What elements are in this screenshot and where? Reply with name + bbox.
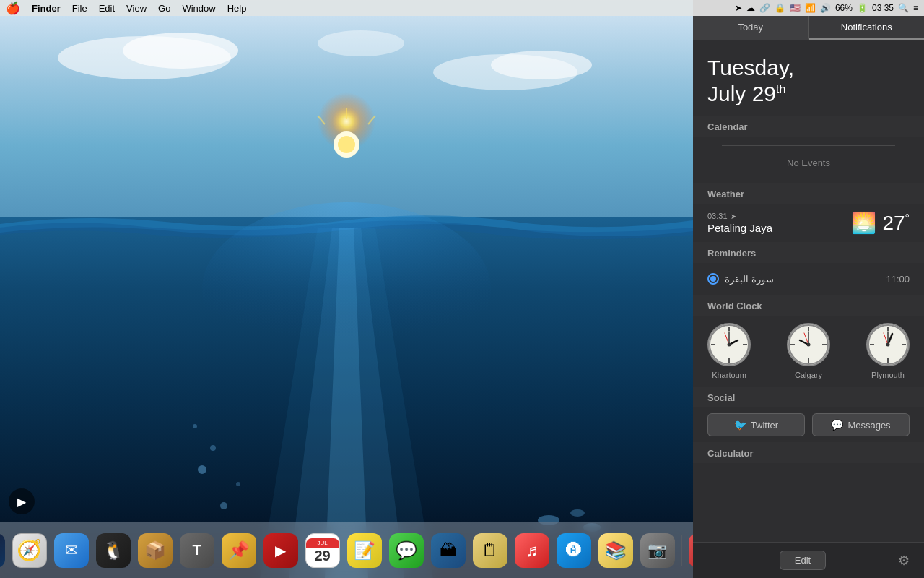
- weather-time: 03:31 ➤: [707, 212, 772, 220]
- reminder-text: سورة البقرة: [725, 274, 774, 285]
- weather-location: Petaling Jaya: [707, 222, 772, 234]
- clock-khartoum: Khartoum: [707, 323, 751, 379]
- go-menu[interactable]: Go: [152, 3, 176, 14]
- battery-pct: 66%: [835, 3, 853, 13]
- reminder-item[interactable]: سورة البقرة 11:00: [707, 269, 910, 289]
- dock-app-vox[interactable]: ▶: [261, 531, 300, 570]
- dock-app-appstore[interactable]: 🅐: [554, 531, 593, 570]
- twitter-button[interactable]: 🐦 Twitter: [707, 413, 805, 436]
- weather-condition-icon: 🌅: [851, 211, 876, 235]
- svg-point-23: [570, 509, 585, 517]
- clock-name-calgary: Calgary: [795, 371, 822, 379]
- mail-icon: ✉: [54, 533, 89, 568]
- list-icon[interactable]: ≡: [913, 3, 918, 13]
- clock-face-plymouth: [866, 323, 910, 366]
- wifi-icon[interactable]: 📶: [805, 3, 816, 13]
- notes-icon: 📝: [347, 533, 382, 568]
- dock-app-safari[interactable]: 🧭: [10, 531, 49, 570]
- clock-name-khartoum: Khartoum: [712, 371, 746, 379]
- world-clock-section-header: World Clock: [693, 295, 924, 316]
- world-clock-widget: Khartoum: [693, 316, 924, 387]
- date-line1: Tuesday, July 29th: [707, 55, 910, 107]
- nc-settings-icon[interactable]: ⚙: [898, 553, 910, 569]
- desktop: ▶ 🙂 🚀 🧭: [0, 0, 693, 578]
- nc-footer: Edit ⚙: [693, 542, 924, 578]
- dock-app-text[interactable]: T: [178, 531, 217, 570]
- messages-label: Messages: [847, 420, 890, 431]
- clock-name-plymouth: Plymouth: [871, 371, 905, 379]
- reminder-left: سورة البقرة: [707, 273, 774, 285]
- notification-center: Today Notifications Tuesday, July 29th C…: [693, 0, 924, 578]
- svg-point-38: [728, 343, 731, 347]
- search-icon[interactable]: 🔍: [898, 3, 909, 13]
- nc-tabs: Today Notifications: [693, 16, 924, 40]
- volume-icon[interactable]: 🔊: [820, 3, 831, 13]
- messages-button[interactable]: 💬 Messages: [812, 413, 910, 436]
- dock-app-music[interactable]: ♬: [513, 531, 552, 570]
- calculator-spacer: [693, 463, 924, 478]
- nc-content[interactable]: Tuesday, July 29th Calendar No Events We…: [693, 40, 924, 578]
- menubar: 🍎 Finder File Edit View Go Window Help ➤…: [0, 0, 924, 16]
- social-section-header: Social: [693, 387, 924, 407]
- window-menu[interactable]: Window: [176, 3, 221, 14]
- dock-app-messages[interactable]: 💬: [387, 531, 426, 570]
- dock-app-box[interactable]: 📦: [136, 531, 175, 570]
- dock-app-calendar[interactable]: JUL 29: [303, 531, 342, 570]
- reminders-widget: سورة البقرة 11:00: [693, 263, 924, 295]
- dock-app-photos[interactable]: 🏔: [429, 531, 468, 570]
- weather-right: 🌅 27°: [851, 211, 910, 235]
- music-icon: ♬: [515, 533, 549, 568]
- dock-app-mail[interactable]: ✉: [52, 531, 91, 570]
- flag-icon: 🇺🇸: [790, 3, 801, 13]
- nc-edit-button[interactable]: Edit: [780, 551, 826, 570]
- twitter-label: Twitter: [751, 420, 778, 431]
- finder-menu[interactable]: Finder: [26, 3, 66, 14]
- weather-left: 03:31 ➤ Petaling Jaya: [707, 212, 772, 234]
- video-play-button[interactable]: ▶: [9, 488, 35, 514]
- svg-point-16: [198, 465, 206, 474]
- calendar-divider: [722, 145, 895, 146]
- dock-app-tux[interactable]: 🐧: [94, 531, 133, 570]
- tux-icon: 🐧: [96, 533, 131, 568]
- ibooks-icon: 📚: [598, 533, 633, 568]
- help-menu[interactable]: Help: [222, 3, 253, 14]
- dock-app-clip[interactable]: 📌: [219, 531, 258, 570]
- sun-core: [336, 16, 357, 38]
- calendar-widget: No Events: [693, 137, 924, 183]
- safari-icon: 🧭: [12, 533, 47, 568]
- social-widget: 🐦 Twitter 💬 Messages: [693, 407, 924, 442]
- dock-app-camera[interactable]: 📷: [638, 531, 677, 570]
- dock-app-sticky[interactable]: 🗒: [471, 531, 510, 570]
- social-buttons: 🐦 Twitter 💬 Messages: [707, 413, 910, 436]
- dock-separator: [681, 535, 682, 566]
- battery-icon: 🔋: [857, 3, 868, 13]
- lock-icon: 🔒: [775, 3, 785, 13]
- file-menu[interactable]: File: [66, 3, 93, 14]
- no-events-label: No Events: [707, 149, 910, 177]
- weather-temperature: 27°: [882, 212, 910, 235]
- sun-glow: [274, 16, 419, 160]
- svg-point-47: [807, 343, 811, 347]
- svg-point-56: [886, 343, 890, 347]
- dock-app-notes[interactable]: 📝: [345, 531, 384, 570]
- svg-point-20: [236, 482, 240, 486]
- tab-notifications[interactable]: Notifications: [809, 16, 925, 40]
- launchpad-icon: 🚀: [0, 533, 5, 568]
- tab-today[interactable]: Today: [693, 16, 809, 40]
- camera-icon: 📷: [640, 533, 675, 568]
- apple-menu-icon[interactable]: 🍎: [6, 1, 20, 15]
- clock-calgary: Calgary: [787, 323, 830, 379]
- nc-date: Tuesday, July 29th: [693, 40, 924, 116]
- reminder-circle[interactable]: [707, 273, 719, 285]
- dock: 🙂 🚀 🧭 ✉ 🐧 📦: [0, 522, 693, 578]
- dock-app-gift[interactable]: 🎁: [687, 531, 694, 570]
- dock-app-ibooks[interactable]: 📚: [596, 531, 635, 570]
- dock-app-launchpad[interactable]: 🚀: [0, 531, 7, 570]
- sticky-icon: 🗒: [473, 533, 507, 568]
- clock: 03 35: [872, 3, 894, 13]
- cloud-icon: ☁: [746, 3, 755, 13]
- reminders-section-header: Reminders: [693, 242, 924, 263]
- view-menu[interactable]: View: [121, 3, 152, 14]
- weather-row: 03:31 ➤ Petaling Jaya 🌅 27°: [707, 211, 910, 235]
- edit-menu[interactable]: Edit: [93, 3, 121, 14]
